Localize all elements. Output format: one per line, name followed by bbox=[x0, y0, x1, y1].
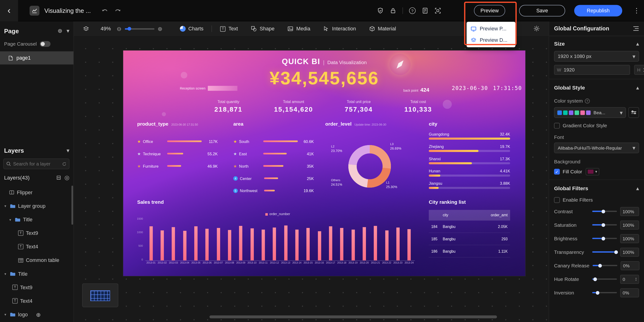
menu-material[interactable]: Material bbox=[362, 21, 403, 36]
font-select[interactable]: Alibaba-PuHuiTi-Whole-Regular ▾ bbox=[554, 142, 639, 153]
bar bbox=[273, 228, 276, 260]
menu-shape[interactable]: Shape bbox=[244, 21, 281, 36]
undo-button[interactable] bbox=[102, 8, 108, 13]
layer-search-input[interactable] bbox=[13, 162, 60, 166]
zoom-in-icon[interactable]: ⊕ bbox=[158, 26, 162, 32]
chevron-down-icon[interactable]: ▾ bbox=[66, 28, 69, 34]
more-menu-icon[interactable]: ⋮ bbox=[633, 7, 640, 14]
width-label: W bbox=[557, 68, 561, 72]
slider-value-input[interactable]: 100% bbox=[620, 220, 639, 230]
doc-check-icon[interactable] bbox=[422, 7, 428, 14]
enable-filters-checkbox[interactable] bbox=[554, 197, 560, 203]
add-page-icon[interactable]: ⊕ bbox=[58, 28, 62, 34]
layer-item-title-1[interactable]: ▾ Title bbox=[0, 213, 74, 226]
republish-button[interactable]: Republish bbox=[574, 5, 622, 16]
layer-item-text4-1[interactable]: T Text4 bbox=[0, 240, 74, 253]
layer-item-logo[interactable]: ▾ logo ⊕ bbox=[0, 308, 74, 321]
panel-list-icon[interactable] bbox=[633, 26, 639, 31]
layer-item-flipper[interactable]: Flipper bbox=[0, 186, 74, 199]
caret-down-icon[interactable]: ▾ bbox=[3, 204, 7, 208]
row-label: Hunan bbox=[429, 169, 440, 173]
layer-item-layer-group[interactable]: ▾ Layer group bbox=[0, 199, 74, 213]
menu-interaction[interactable]: Interaction bbox=[317, 21, 362, 36]
bar-slot: 2013-20 bbox=[358, 218, 370, 260]
section-title: Size bbox=[554, 40, 636, 46]
preview-pc-menu-item[interactable]: Preview P... bbox=[466, 23, 516, 34]
slider-value-input[interactable]: 100% bbox=[620, 248, 639, 256]
slider-value-input[interactable]: 0% bbox=[620, 288, 639, 297]
stat-item: Total unit price 757,304 bbox=[345, 100, 373, 113]
preview-button[interactable]: Preview bbox=[474, 5, 505, 16]
slider[interactable] bbox=[592, 292, 617, 293]
back-button[interactable]: ‹ bbox=[0, 0, 18, 21]
global-filters-section-header[interactable]: Global Filters ▴ bbox=[549, 180, 644, 194]
lock-icon[interactable] bbox=[390, 7, 396, 14]
slider-knob[interactable] bbox=[602, 223, 605, 227]
slider-value-input[interactable]: 100% bbox=[620, 234, 639, 243]
locate-layer-icon[interactable]: ◎ bbox=[64, 174, 69, 181]
zoom-slider[interactable] bbox=[125, 28, 154, 29]
sidebar-scrollbar[interactable] bbox=[72, 186, 73, 225]
redo-button[interactable] bbox=[115, 8, 121, 13]
menu-text[interactable]: T Text bbox=[214, 21, 244, 36]
editor-canvas[interactable]: QUICK BI|Data Visualization ¥34,545,656 … bbox=[74, 36, 548, 322]
menu-media[interactable]: Media bbox=[281, 21, 317, 36]
gradient-color-checkbox[interactable] bbox=[554, 123, 560, 128]
page-carousel-toggle[interactable] bbox=[40, 41, 50, 47]
menu-charts[interactable]: Charts bbox=[173, 21, 210, 36]
width-input[interactable] bbox=[564, 67, 628, 73]
zoom-slider-knob[interactable] bbox=[127, 27, 131, 31]
slider-knob[interactable] bbox=[594, 277, 597, 281]
slider-value-input[interactable]: 0 ▴▾ bbox=[620, 274, 639, 284]
refresh-icon[interactable] bbox=[62, 162, 66, 166]
save-button[interactable]: Save bbox=[519, 5, 565, 16]
layer-item-text9-1[interactable]: T Text9 bbox=[0, 226, 74, 240]
height-input[interactable] bbox=[643, 67, 644, 73]
horizontal-scrollbar[interactable] bbox=[210, 315, 497, 318]
stepper-icons[interactable]: ▴▾ bbox=[636, 277, 637, 281]
slider-value-input[interactable]: 100% bbox=[620, 207, 639, 216]
help-icon[interactable]: ? bbox=[409, 7, 416, 14]
slider[interactable] bbox=[593, 265, 618, 266]
layer-item-common-table[interactable]: Common table bbox=[0, 253, 74, 267]
layer-stack-icon[interactable] bbox=[83, 26, 89, 32]
slider-knob[interactable] bbox=[602, 210, 605, 213]
collapse-all-icon[interactable]: ⊟ bbox=[56, 174, 61, 181]
stat-item: Total amount 15,154,620 bbox=[274, 100, 313, 113]
global-style-section-header[interactable]: Global Style ▴ bbox=[549, 79, 644, 93]
caret-down-icon[interactable]: ▾ bbox=[3, 312, 7, 316]
palette-select[interactable]: Bea... ▾ bbox=[554, 107, 626, 118]
canvas-settings-gear-icon[interactable] bbox=[534, 26, 540, 32]
slider[interactable] bbox=[592, 211, 617, 212]
slider[interactable] bbox=[592, 224, 617, 225]
chevron-down-icon[interactable]: ▾ bbox=[66, 147, 69, 154]
layer-item-title-2[interactable]: ▾ Title bbox=[0, 267, 74, 280]
page-list-item-page1[interactable]: page1 bbox=[0, 51, 74, 64]
fill-color-checkbox[interactable]: ✓ bbox=[554, 169, 560, 174]
slider-knob[interactable] bbox=[598, 264, 602, 268]
dashboard-artwork[interactable]: QUICK BI|Data Visualization ¥34,545,656 … bbox=[123, 50, 525, 276]
caret-down-icon[interactable]: ▾ bbox=[3, 272, 7, 276]
adapt-screen-icon[interactable] bbox=[434, 7, 441, 14]
slider-knob[interactable] bbox=[596, 291, 600, 295]
fill-color-picker[interactable]: ▾ bbox=[586, 168, 599, 175]
slider[interactable] bbox=[592, 252, 617, 253]
slider-value-input[interactable]: 0% bbox=[620, 261, 640, 270]
slider[interactable] bbox=[592, 278, 617, 280]
shield-icon[interactable] bbox=[377, 7, 384, 14]
palette-adjust-button[interactable] bbox=[628, 107, 639, 118]
info-icon[interactable]: ? bbox=[585, 98, 590, 104]
layer-item-text9-2[interactable]: T Text9 bbox=[0, 280, 74, 294]
size-section-header[interactable]: Size ▴ bbox=[549, 36, 644, 49]
slider-knob[interactable] bbox=[602, 236, 605, 240]
preview-dashboard-menu-item[interactable]: Preview D... bbox=[466, 34, 516, 46]
slider-knob[interactable] bbox=[614, 250, 618, 254]
layer-item-text4-2[interactable]: T Text4 bbox=[0, 294, 74, 308]
size-preset-select[interactable]: 1920 x 1080 px ▾ bbox=[554, 51, 639, 62]
page-thumbnail[interactable] bbox=[82, 283, 118, 307]
text-layer-icon: T bbox=[12, 298, 18, 304]
slider[interactable] bbox=[592, 238, 617, 239]
zoom-out-icon[interactable]: ⊖ bbox=[116, 26, 121, 32]
caret-down-icon[interactable]: ▾ bbox=[8, 218, 12, 222]
component-badge-icon[interactable]: ⊕ bbox=[36, 311, 41, 318]
